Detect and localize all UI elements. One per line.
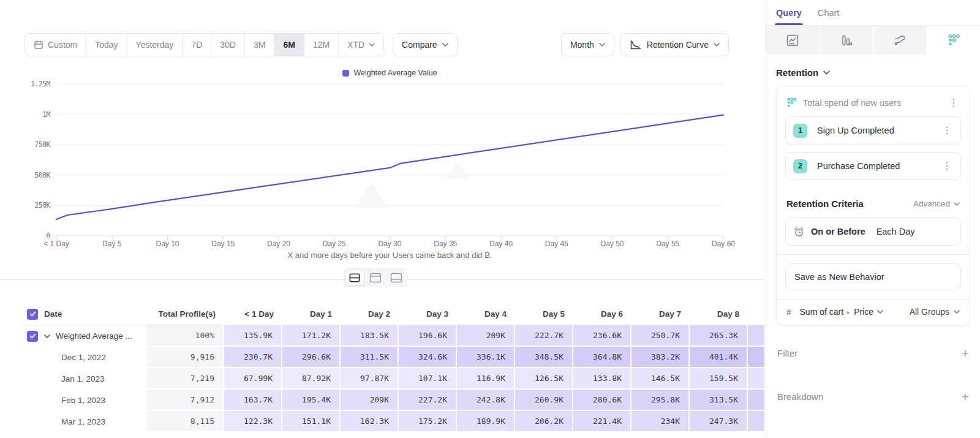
breadcrumb-arrow-icon: ▸	[847, 309, 850, 315]
retention-value-cell[interactable]: 189.9K	[457, 411, 515, 432]
advanced-dropdown[interactable]: Advanced	[913, 199, 960, 208]
measure-label[interactable]: Sum of cart	[800, 307, 844, 317]
retention-value-cell[interactable]: 265.3K	[690, 325, 748, 347]
retention-value-cell[interactable]: 162.3K	[341, 411, 399, 432]
retention-value-cell[interactable]: 146.5K	[631, 368, 690, 390]
insights-report-button[interactable]	[766, 26, 820, 55]
retention-value-cell[interactable]: 236.6K	[573, 325, 631, 347]
retention-report-button[interactable]	[927, 26, 980, 55]
measure-property-label[interactable]: Price	[854, 307, 873, 317]
overflow-value-cell[interactable]	[748, 411, 766, 432]
table-header-day: Day 3	[399, 303, 457, 325]
retention-value-cell[interactable]: 280.6K	[573, 390, 631, 411]
retention-value-cell[interactable]: 195.4K	[282, 390, 341, 411]
behavior-step-2[interactable]: 2 Purchase Completed ⋮	[785, 152, 961, 180]
retention-value-cell[interactable]: 159.5K	[690, 368, 748, 390]
retention-value-cell[interactable]: 401.4K	[690, 347, 748, 368]
chart-legend[interactable]: Weighted Average Value	[56, 69, 723, 77]
behavior-step-1[interactable]: 1 Sign Up Completed ⋮	[785, 116, 961, 145]
on-or-before-row[interactable]: On or Before Each Day	[785, 217, 961, 246]
row-label-text: Weighted Average ...	[56, 331, 132, 341]
retention-value-cell[interactable]: 247.3K	[690, 411, 748, 432]
save-as-new-behavior-button[interactable]: Save as New Behavior	[785, 263, 961, 290]
filter-section[interactable]: Filter +	[777, 347, 969, 360]
retention-value-cell[interactable]: 230.7K	[224, 347, 282, 368]
retention-value-cell[interactable]: 383.2K	[631, 347, 690, 368]
numeric-property-icon: #	[786, 308, 791, 317]
table-bottom-view-button[interactable]	[386, 270, 406, 285]
retention-value-cell[interactable]: 242.8K	[457, 390, 515, 411]
bar-chart-icon	[840, 34, 853, 47]
row-label-text: Dec 1, 2022	[61, 353, 106, 362]
overflow-value-cell[interactable]	[748, 347, 766, 368]
step-number-badge: 1	[793, 124, 807, 138]
retention-value-cell[interactable]: 171.2K	[282, 325, 341, 347]
retention-value-cell[interactable]: 221.4K	[573, 411, 631, 432]
x-axis-label: Day 30	[363, 240, 418, 248]
retention-value-cell[interactable]: 222.7K	[515, 325, 573, 347]
retention-value-cell[interactable]: 133.8K	[573, 368, 631, 390]
measurement-row: # Sum of cart ▸ Price All Groups	[777, 300, 970, 325]
retention-value-cell[interactable]: 209K	[457, 325, 515, 347]
retention-value-cell[interactable]: 126.5K	[515, 368, 573, 390]
tab-query[interactable]: Query	[776, 0, 802, 25]
filter-label: Filter	[777, 348, 797, 358]
legend-label: Weighted Average Value	[353, 69, 437, 77]
retention-value-cell[interactable]: 234K	[631, 411, 690, 432]
retention-value-cell[interactable]: 175.2K	[399, 411, 457, 432]
retention-value-cell[interactable]: 183.5K	[341, 325, 399, 347]
retention-value-cell[interactable]: 97.87K	[341, 368, 399, 390]
retention-value-cell[interactable]: 107.1K	[399, 368, 457, 390]
retention-value-cell[interactable]: 348.5K	[515, 347, 573, 368]
retention-value-cell[interactable]: 364.8K	[573, 347, 631, 368]
step-menu-icon[interactable]: ⋮	[941, 161, 953, 171]
step-menu-icon[interactable]: ⋮	[941, 126, 953, 135]
add-breakdown-icon[interactable]: +	[962, 390, 969, 403]
retention-value-cell[interactable]: 260.9K	[515, 390, 573, 411]
table-top-view-button[interactable]	[366, 270, 385, 285]
y-axis-label: 1.25M	[9, 80, 50, 88]
retention-criteria-header: Retention Criteria Advanced	[786, 198, 960, 209]
retention-value-cell[interactable]: 122.3K	[224, 411, 282, 432]
retention-value-cell[interactable]: 163.7K	[224, 390, 282, 411]
funnels-report-button[interactable]	[820, 26, 874, 55]
overflow-value-cell[interactable]	[748, 368, 766, 390]
overflow-value-cell[interactable]	[748, 325, 766, 347]
flows-report-button[interactable]	[874, 26, 928, 55]
select-all-checkbox[interactable]	[27, 309, 38, 320]
y-axis-label: 250K	[9, 201, 50, 210]
retention-value-cell[interactable]: 324.6K	[399, 347, 457, 368]
table-row-label: Dec 1, 2022	[22, 347, 147, 368]
retention-value-cell[interactable]: 206.2K	[515, 411, 573, 432]
retention-value-cell[interactable]: 296.6K	[282, 347, 341, 368]
report-type-dropdown[interactable]: Retention	[776, 67, 970, 78]
retention-value-cell[interactable]: 311.5K	[341, 347, 399, 368]
total-profiles-cell: 8,115	[147, 411, 224, 432]
retention-value-cell[interactable]: 116.9K	[457, 368, 515, 390]
all-groups-dropdown[interactable]: All Groups	[910, 307, 960, 317]
retention-value-cell[interactable]: 336.1K	[457, 347, 515, 368]
retention-value-cell[interactable]: 313.5K	[690, 390, 748, 411]
retention-value-cell[interactable]: 250.7K	[631, 325, 690, 347]
retention-curve-chart: Weighted Average Value 0250K500K750K1M1.…	[0, 0, 766, 282]
step-event-label: Purchase Completed	[817, 161, 941, 171]
retention-value-cell[interactable]: 87.92K	[282, 368, 341, 390]
table-split-view-button[interactable]	[345, 270, 364, 285]
retention-value-cell[interactable]: 135.9K	[224, 325, 282, 347]
x-axis-label: Day 45	[529, 240, 584, 248]
retention-value-cell[interactable]: 196.6K	[399, 325, 457, 347]
breakdown-section[interactable]: Breakdown +	[777, 390, 969, 403]
retention-value-cell[interactable]: 67.99K	[224, 368, 282, 390]
retention-value-cell[interactable]: 209K	[341, 390, 399, 411]
behavior-menu-icon[interactable]: ⋮	[948, 98, 960, 108]
add-filter-icon[interactable]: +	[962, 347, 969, 360]
retention-value-cell[interactable]: 227.2K	[399, 390, 457, 411]
breakdown-label: Breakdown	[777, 391, 823, 402]
overflow-value-cell[interactable]	[748, 390, 766, 411]
tab-chart[interactable]: Chart	[818, 0, 839, 25]
retention-value-cell[interactable]: 151.1K	[282, 411, 341, 432]
row-checkbox[interactable]	[27, 331, 38, 342]
chevron-down-icon[interactable]	[44, 334, 50, 338]
retention-value-cell[interactable]: 295.8K	[631, 390, 690, 411]
all-groups-label: All Groups	[910, 307, 949, 317]
